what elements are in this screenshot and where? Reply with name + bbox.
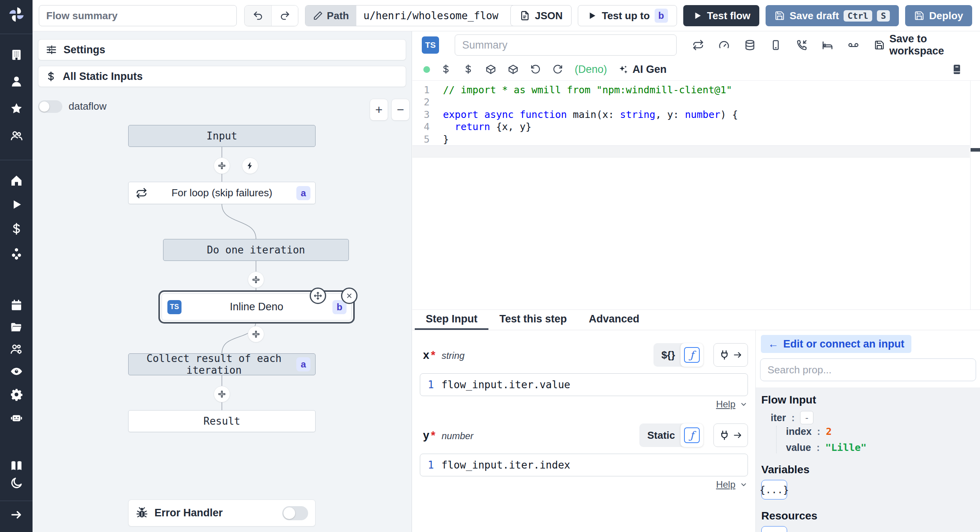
flow-summary-input[interactable] — [39, 5, 237, 26]
all-static-inputs-button[interactable]: All Static Inputs — [38, 66, 406, 87]
reload-refresh-icon[interactable] — [552, 64, 564, 76]
monaco-code-editor[interactable]: 123456 // import * as wmill from "npm:wi… — [412, 81, 980, 309]
prop-tree: Flow Input iter : - index : 2 value : "L… — [756, 387, 980, 532]
play-filled-icon — [692, 11, 702, 21]
resources-object-button[interactable]: {...} — [761, 526, 787, 532]
mock-voicemail-icon[interactable] — [848, 39, 859, 51]
javascript-mode-option[interactable]: ƒ — [681, 423, 703, 447]
arg-y-expression-input[interactable]: 1 flow_input.iter.index — [420, 454, 748, 476]
arg-y-connect-button[interactable] — [713, 423, 748, 447]
retries-icon[interactable] — [692, 39, 704, 51]
move-node-icon[interactable] — [310, 288, 326, 304]
suspend-phone-icon[interactable] — [796, 39, 808, 51]
early-stop-gauge-icon[interactable] — [718, 39, 730, 51]
add-variable-dollar-icon[interactable] — [441, 64, 452, 76]
flow-node-collect-result[interactable]: Collect result of each iteration a — [128, 353, 316, 375]
step-summary-input[interactable] — [455, 34, 677, 56]
add-step-button[interactable] — [214, 158, 230, 174]
home-icon[interactable] — [10, 174, 23, 187]
arg-y-mode-toggle[interactable]: Static ƒ — [639, 423, 703, 447]
graph-zoom-in-button[interactable]: + — [370, 99, 388, 121]
sleep-bed-icon[interactable] — [822, 39, 833, 51]
flow-node-input[interactable]: Input — [128, 125, 316, 147]
edit-or-connect-button[interactable]: ← Edit or connect an input — [761, 335, 911, 353]
library-book-icon[interactable] — [951, 63, 963, 75]
static-mode-option[interactable]: Static — [647, 429, 675, 442]
prop-row-index[interactable]: index : 2 — [786, 426, 975, 437]
cache-database-icon[interactable] — [744, 39, 756, 51]
expand-sidebar-arrow-icon[interactable] — [10, 508, 23, 521]
reset-rotate-ccw-icon[interactable] — [530, 64, 542, 76]
search-prop-input[interactable] — [760, 358, 976, 381]
add-resource-dollar-icon[interactable] — [463, 64, 475, 76]
arg-x-connect-button[interactable] — [713, 343, 748, 367]
error-handler-row[interactable]: Error Handler — [128, 499, 316, 527]
runs-play-icon[interactable] — [10, 198, 23, 211]
settings-gear-icon[interactable] — [10, 388, 23, 401]
save-draft-button[interactable]: Save draft Ctrl S — [766, 5, 899, 26]
add-step-button[interactable] — [248, 272, 264, 288]
step-input-panel: x* string ${} ƒ 1 flow_input.iter.value … — [412, 330, 755, 532]
ctrl-key-badge: Ctrl — [844, 10, 872, 22]
package-icon[interactable] — [508, 64, 519, 76]
users-group-icon[interactable] — [10, 129, 23, 142]
collapse-toggle[interactable]: - — [800, 411, 813, 424]
arg-x-expression-input[interactable]: 1 flow_input.iter.value — [420, 373, 748, 396]
concurrency-icon[interactable] — [770, 39, 782, 51]
json-button[interactable]: JSON — [510, 5, 572, 26]
arg-x-help[interactable]: Help — [420, 398, 748, 411]
flow-node-forloop[interactable]: For loop (skip failures) a — [128, 182, 316, 204]
undo-button[interactable] — [245, 5, 271, 26]
tab-test-this-step[interactable]: Test this step — [488, 310, 578, 330]
audit-eye-icon[interactable] — [10, 365, 23, 378]
error-handler-toggle[interactable] — [282, 506, 308, 520]
deno-lang-indicator[interactable]: (Deno) — [575, 63, 607, 76]
variables-dollar-icon[interactable] — [10, 222, 23, 235]
docs-book-icon[interactable] — [10, 459, 23, 472]
flow-node-do-one-iteration[interactable]: Do one iteration — [163, 239, 349, 261]
prop-row-iter[interactable]: iter : - — [761, 411, 975, 424]
arg-x-mode-toggle[interactable]: ${} ƒ — [653, 343, 703, 367]
arg-y-help[interactable]: Help — [420, 478, 748, 491]
javascript-mode-option[interactable]: ƒ — [681, 343, 703, 367]
test-up-to-button[interactable]: Test up to b — [578, 5, 677, 26]
topbar: Path JSON Test up to b Test flow Save dr… — [33, 0, 980, 31]
deploy-button[interactable]: Deploy — [905, 5, 972, 26]
windmill-logo-icon[interactable] — [7, 5, 25, 24]
resources-title: Resources — [761, 510, 975, 522]
workers-users-cog-icon[interactable] — [10, 342, 23, 356]
add-step-button[interactable] — [248, 326, 264, 342]
flow-settings-button[interactable]: Settings — [38, 39, 406, 60]
variables-object-button[interactable]: {...} — [761, 480, 787, 499]
schedules-calendar-icon[interactable] — [10, 299, 23, 312]
user-icon[interactable] — [10, 75, 23, 88]
sliders-icon — [45, 44, 57, 56]
resources-boxes-icon[interactable] — [10, 247, 23, 261]
undo-redo-group — [244, 5, 298, 26]
template-mode-option[interactable]: ${} — [661, 349, 675, 361]
ai-robot-icon[interactable] — [10, 411, 23, 424]
plug-icon — [719, 349, 730, 361]
dataflow-toggle[interactable] — [38, 100, 62, 113]
redo-button[interactable] — [271, 5, 298, 26]
graph-zoom-out-button[interactable]: − — [391, 99, 410, 121]
sparkles-icon — [618, 64, 629, 75]
delete-node-icon[interactable] — [341, 288, 358, 304]
flow-node-result[interactable]: Result — [128, 410, 316, 432]
tab-advanced[interactable]: Advanced — [578, 310, 650, 330]
folders-icon[interactable] — [10, 320, 23, 334]
add-trigger-bolt-button[interactable] — [242, 158, 258, 174]
dollar-icon — [45, 71, 56, 82]
add-step-button[interactable] — [214, 386, 230, 402]
save-icon — [914, 11, 924, 21]
tab-step-input[interactable]: Step Input — [415, 310, 488, 330]
star-icon[interactable] — [10, 102, 23, 115]
package-icon[interactable] — [485, 64, 497, 76]
dark-mode-moon-icon[interactable] — [10, 476, 23, 490]
ai-gen-button[interactable]: AI Gen — [618, 63, 667, 76]
prop-row-value[interactable]: value : "Lille" — [786, 442, 975, 453]
save-to-workspace-button[interactable]: Save to workspace — [874, 31, 980, 59]
flow-node-inline-deno-selected[interactable]: TS Inline Deno b — [162, 293, 352, 320]
workspace-building-icon[interactable] — [10, 48, 23, 62]
test-flow-button[interactable]: Test flow — [683, 5, 760, 26]
